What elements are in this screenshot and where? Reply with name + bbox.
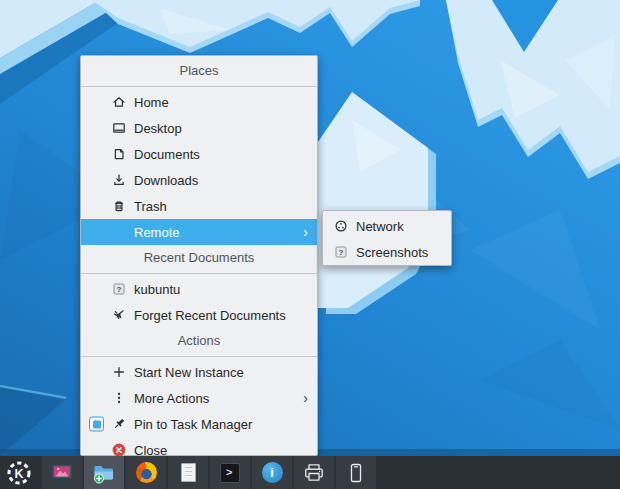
menu-item-more-actions[interactable]: More Actions › bbox=[81, 385, 317, 411]
submenu-item-label: Screenshots bbox=[356, 245, 428, 260]
context-menu: Places Home Desktop bbox=[80, 55, 318, 456]
separator bbox=[81, 86, 317, 87]
home-icon bbox=[111, 94, 127, 110]
menu-item-label: Home bbox=[134, 95, 169, 110]
desktop-icon bbox=[111, 120, 127, 136]
menu-item-home[interactable]: Home bbox=[81, 89, 317, 115]
task-firefox[interactable] bbox=[126, 456, 166, 489]
menu-item-start-new-instance[interactable]: Start New Instance bbox=[81, 359, 317, 385]
kde-logo-icon: K bbox=[6, 460, 32, 486]
downloads-icon bbox=[111, 172, 127, 188]
pin-checkbox-checked-mark bbox=[93, 420, 101, 428]
submenu-arrow-icon: › bbox=[303, 391, 308, 405]
menu-item-trash[interactable]: Trash bbox=[81, 193, 317, 219]
remote-submenu: Network ? Screenshots bbox=[322, 210, 452, 266]
file-manager-icon bbox=[92, 461, 116, 485]
firefox-icon bbox=[136, 462, 157, 483]
menu-item-remote[interactable]: Remote › bbox=[81, 219, 317, 245]
menu-item-forget-recent-documents[interactable]: Forget Recent Documents bbox=[81, 302, 317, 328]
menu-item-downloads[interactable]: Downloads bbox=[81, 167, 317, 193]
menu-item-label: Start New Instance bbox=[134, 365, 244, 380]
trash-icon bbox=[111, 198, 127, 214]
documents-icon bbox=[111, 146, 127, 162]
menu-item-documents[interactable]: Documents bbox=[81, 141, 317, 167]
submenu-item-label: Network bbox=[356, 219, 404, 234]
svg-text:?: ? bbox=[117, 285, 122, 294]
menu-item-label: More Actions bbox=[134, 391, 209, 406]
submenu-arrow-icon: › bbox=[303, 225, 308, 239]
plus-icon bbox=[111, 364, 127, 380]
menu-item-label: Remote bbox=[134, 225, 180, 240]
printer-icon bbox=[303, 462, 325, 484]
kde-launcher-button[interactable]: K bbox=[0, 456, 38, 489]
task-phone[interactable] bbox=[336, 456, 376, 489]
task-text-editor[interactable] bbox=[168, 456, 208, 489]
section-header-actions: Actions bbox=[81, 328, 317, 354]
separator bbox=[81, 273, 317, 274]
info-icon: i bbox=[262, 462, 283, 483]
clear-history-icon bbox=[111, 307, 127, 323]
desktop: Places Home Desktop bbox=[0, 0, 620, 489]
network-icon bbox=[333, 218, 349, 234]
task-printer[interactable] bbox=[294, 456, 334, 489]
terminal-icon: > bbox=[220, 463, 240, 483]
display-app-icon bbox=[51, 462, 73, 484]
section-header-recent-documents: Recent Documents bbox=[81, 245, 317, 271]
pin-icon bbox=[111, 416, 127, 432]
menu-item-label: Downloads bbox=[134, 173, 198, 188]
terminal-prompt-glyph: > bbox=[226, 467, 232, 478]
menu-item-label: Trash bbox=[134, 199, 167, 214]
task-terminal[interactable]: > bbox=[210, 456, 250, 489]
menu-item-label: Desktop bbox=[134, 121, 182, 136]
submenu-item-screenshots[interactable]: ? Screenshots bbox=[323, 239, 451, 265]
menu-item-label: Pin to Task Manager bbox=[134, 417, 252, 432]
submenu-item-network[interactable]: Network bbox=[323, 213, 451, 239]
task-display-app[interactable] bbox=[42, 456, 82, 489]
separator bbox=[81, 356, 317, 357]
menu-item-desktop[interactable]: Desktop bbox=[81, 115, 317, 141]
document-icon bbox=[181, 463, 196, 482]
menu-item-kubuntu[interactable]: ? kubuntu bbox=[81, 276, 317, 302]
unknown-file-icon: ? bbox=[333, 244, 349, 260]
unknown-file-icon: ? bbox=[111, 281, 127, 297]
menu-item-pin-to-task-manager[interactable]: Pin to Task Manager bbox=[81, 411, 317, 437]
pin-checkbox[interactable] bbox=[89, 417, 104, 432]
info-glyph: i bbox=[270, 466, 274, 479]
taskbar: K bbox=[0, 456, 620, 489]
svg-text:K: K bbox=[14, 466, 23, 480]
menu-item-label: kubuntu bbox=[134, 282, 180, 297]
phone-icon bbox=[345, 462, 367, 484]
more-dots-icon bbox=[111, 390, 127, 406]
task-info-center[interactable]: i bbox=[252, 456, 292, 489]
svg-text:?: ? bbox=[339, 248, 344, 257]
task-file-manager[interactable] bbox=[84, 456, 124, 489]
section-header-places: Places bbox=[81, 58, 317, 84]
menu-item-label: Forget Recent Documents bbox=[134, 308, 286, 323]
menu-item-label: Documents bbox=[134, 147, 200, 162]
